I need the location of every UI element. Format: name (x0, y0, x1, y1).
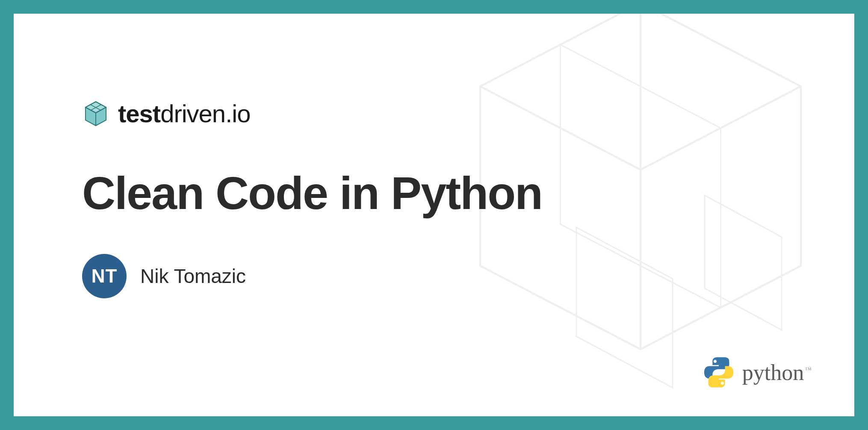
site-logo-text: testdriven.io (118, 99, 250, 128)
logo-text-regular: driven.io (160, 100, 250, 127)
python-language-badge: python™ (702, 356, 812, 389)
python-trademark: ™ (805, 366, 812, 373)
author-name: Nik Tomazic (140, 265, 246, 288)
site-logo: testdriven.io (82, 99, 854, 128)
logo-text-bold: test (118, 100, 160, 127)
author-info: NT Nik Tomazic (82, 254, 854, 298)
testdriven-cube-icon (82, 100, 109, 127)
article-title: Clean Code in Python (82, 166, 854, 220)
content-card: testdriven.io Clean Code in Python NT Ni… (14, 14, 854, 416)
author-avatar: NT (82, 254, 127, 298)
python-logo-icon (702, 356, 735, 389)
python-label: python (742, 360, 804, 385)
main-content: testdriven.io Clean Code in Python NT Ni… (14, 14, 854, 298)
python-badge-text: python™ (742, 360, 812, 385)
